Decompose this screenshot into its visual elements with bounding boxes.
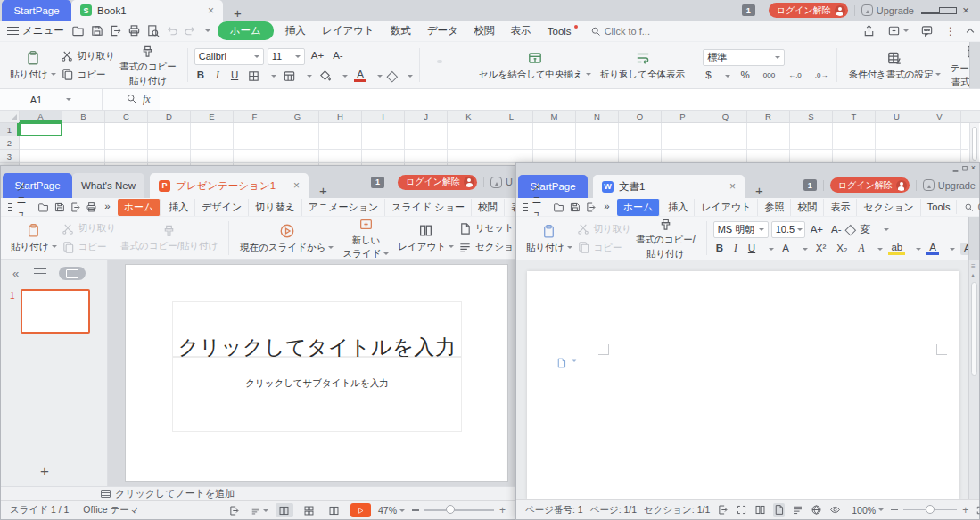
writer-window-count-badge[interactable]: 1 <box>803 179 817 191</box>
sheet-upgrade-button[interactable]: Upgrade <box>861 4 914 16</box>
column-header[interactable]: T <box>833 111 876 122</box>
superscript-button[interactable]: X² <box>813 243 829 254</box>
ribbon-tab[interactable]: 表示 <box>824 199 857 216</box>
column-header[interactable]: M <box>533 111 576 122</box>
fit-page-icon[interactable] <box>976 503 980 517</box>
underline-button[interactable]: U <box>745 243 774 254</box>
play-from-current-button[interactable]: 現在のスライドから <box>235 222 338 253</box>
cut-button[interactable]: 切り取り <box>61 49 116 62</box>
column-header[interactable]: H <box>319 111 362 122</box>
sheet-vertical-scrollbar[interactable] <box>969 123 979 165</box>
column-header[interactable]: P <box>662 111 704 122</box>
web-view-icon[interactable] <box>811 503 822 517</box>
output-icon[interactable] <box>70 202 81 213</box>
sheet-tab-book1[interactable]: S Book1 × <box>71 0 223 21</box>
scrollbar-thumb[interactable] <box>971 282 977 376</box>
slide-thumbnail[interactable] <box>21 289 90 334</box>
more-quickbar-icon[interactable]: » <box>102 202 112 212</box>
ribbon-tab[interactable]: 数式 <box>383 22 419 39</box>
copy-button[interactable]: コピー <box>62 241 117 254</box>
slideshow-play-button[interactable] <box>350 503 371 517</box>
import-icon[interactable] <box>717 503 729 517</box>
format-painter-button[interactable]: 書式のコピー貼り付け <box>115 44 181 86</box>
writer-tab-close-icon[interactable]: × <box>717 180 736 193</box>
ppt-window-count-badge[interactable]: 1 <box>371 177 384 188</box>
ppt-logout-button[interactable]: ログイン解除 <box>398 175 477 190</box>
font-size-select[interactable]: 10.5 <box>771 221 805 238</box>
comma-format-button[interactable]: 000 <box>761 72 778 79</box>
print-icon[interactable] <box>86 202 97 213</box>
zoom-in-icon[interactable]: + <box>962 504 968 516</box>
font-name-select[interactable]: Calibri <box>194 48 264 65</box>
clear-format-icon[interactable] <box>844 225 856 236</box>
justify-icon[interactable] <box>458 68 464 71</box>
selected-cell-a1[interactable] <box>19 122 62 136</box>
close-button[interactable]: × <box>957 4 975 17</box>
zoom-slider[interactable] <box>903 509 957 511</box>
ribbon-tab[interactable]: 挿入 <box>162 199 195 216</box>
zoom-out-icon[interactable] <box>412 509 419 511</box>
sheet-main-menu-button[interactable]: メニュー <box>7 24 64 37</box>
print-preview-icon[interactable] <box>146 24 160 37</box>
underline-button[interactable]: U <box>228 70 241 81</box>
phonetic-guide-button[interactable]: 変 <box>858 225 890 235</box>
italic-button[interactable]: I <box>213 70 222 81</box>
column-header[interactable]: U <box>876 111 918 122</box>
print-icon[interactable] <box>128 24 141 37</box>
fx-icon[interactable]: fx <box>143 93 151 106</box>
column-header[interactable]: D <box>148 111 191 122</box>
ppt-tab-whatsnew[interactable]: What's New <box>72 173 144 198</box>
ribbon-tab[interactable]: アニメーション <box>302 199 386 216</box>
cut-button[interactable]: 切り取り <box>577 222 632 235</box>
writer-search-box[interactable]: Cli... <box>964 202 980 212</box>
column-header[interactable]: R <box>747 111 790 122</box>
zoom-slider-knob[interactable] <box>446 505 455 514</box>
paste-button[interactable]: 貼り付け <box>522 223 577 253</box>
font-color-button[interactable]: A <box>354 70 383 83</box>
undo-icon[interactable] <box>165 24 178 37</box>
notes-toggle-icon[interactable] <box>251 503 268 517</box>
ppt-tab-close-icon[interactable]: × <box>281 179 300 192</box>
import-icon[interactable] <box>226 503 243 517</box>
writer-new-tab-icon[interactable]: + <box>745 183 774 198</box>
document-area[interactable]: ≡▴ <box>516 260 979 499</box>
ribbon-tab[interactable]: ホーム <box>617 199 661 216</box>
text-effects-button[interactable]: A <box>855 243 883 254</box>
italic-button[interactable]: I <box>731 243 740 254</box>
row-header[interactable]: 2 <box>0 136 19 150</box>
quickbar-dropdown-icon[interactable] <box>205 29 210 35</box>
font-color-button[interactable]: A <box>926 243 955 256</box>
align-right-icon[interactable] <box>448 68 453 71</box>
maximize-button[interactable] <box>939 5 957 16</box>
align-left-icon[interactable] <box>426 68 432 71</box>
collapse-ribbon-icon[interactable] <box>967 29 974 36</box>
conditional-format-button[interactable]: 条件付き書式の設定 <box>844 49 945 80</box>
normal-view-icon[interactable] <box>276 503 293 517</box>
writer-upgrade-button[interactable]: Upgrade <box>923 179 976 191</box>
zoom-in-icon[interactable]: + <box>499 504 506 516</box>
font-name-select[interactable]: MS 明朝 <box>713 221 769 238</box>
ribbon-tab[interactable]: データ <box>419 22 466 39</box>
paste-button[interactable]: 貼り付け <box>5 49 61 80</box>
increase-decimal-button[interactable]: ←.0 <box>786 72 804 79</box>
ribbon-right-strip[interactable] <box>969 42 980 88</box>
add-slide-button[interactable]: + <box>40 463 49 481</box>
maximize-button[interactable] <box>961 161 967 174</box>
save-icon[interactable] <box>569 202 581 213</box>
zoom-slider-knob[interactable] <box>926 505 935 514</box>
subtitle-placeholder[interactable]: クリックしてサブタイトルを入力 <box>172 357 462 432</box>
title-placeholder[interactable]: クリックしてタイトルを入力 <box>172 301 462 357</box>
comment-icon[interactable] <box>920 24 934 37</box>
ribbon-tab[interactable]: 参照 <box>758 199 791 216</box>
page-view-icon[interactable] <box>773 503 785 517</box>
outline-view-icon[interactable] <box>792 503 803 517</box>
reading-view-icon[interactable] <box>325 503 343 517</box>
wrap-text-button[interactable]: 折り返して全体表示 <box>596 49 689 80</box>
ribbon-tab[interactable]: レイアウト <box>314 22 383 39</box>
format-painter-button[interactable]: 書式のコピー/貼り付け <box>116 223 222 252</box>
ribbon-right-strip[interactable] <box>968 217 979 260</box>
save-icon[interactable] <box>90 24 103 37</box>
column-header[interactable]: I <box>362 111 405 122</box>
document-page[interactable] <box>527 271 959 499</box>
new-window-button[interactable] <box>887 24 909 37</box>
